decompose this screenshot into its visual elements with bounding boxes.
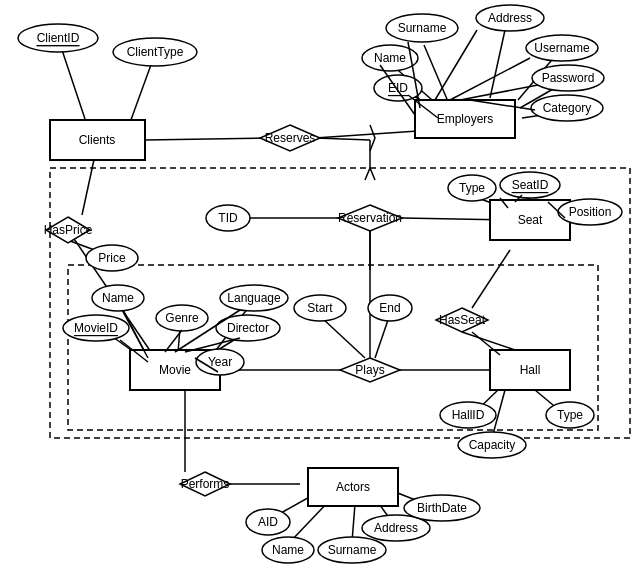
arrow-reservation-up [365, 168, 375, 180]
entity-seat-label: Seat [518, 213, 543, 227]
attr-name-movie-label: Name [102, 291, 134, 305]
relation-hasprice-label: HasPrice [44, 223, 93, 237]
attr-director-label: Director [227, 321, 269, 335]
attr-seatid-label: SeatID [512, 178, 549, 192]
attr-capacity-label: Capacity [469, 438, 516, 452]
attr-eid-label: EID [388, 81, 408, 95]
attr-position-label: Position [569, 205, 612, 219]
attr-type-seat-label: Type [459, 181, 485, 195]
attr-tid-label: TID [218, 211, 238, 225]
line-clienttype-clients [128, 62, 152, 128]
entity-employers-label: Employers [437, 112, 494, 126]
attr-year-label: Year [208, 355, 232, 369]
attr-language-label: Language [227, 291, 281, 305]
line-clients-reserves [145, 138, 265, 140]
line-start-plays [322, 318, 365, 358]
relation-hasseat-label: HasSeat [439, 313, 486, 327]
attr-genre-label: Genre [165, 311, 199, 325]
line-end-plays [375, 320, 388, 358]
attr-category-label: Category [543, 101, 592, 115]
attr-birthdate-label: BirthDate [417, 501, 467, 515]
attr-username-label: Username [534, 41, 590, 55]
entity-movie-label: Movie [159, 363, 191, 377]
relation-plays-label: Plays [355, 363, 384, 377]
attr-password-label: Password [542, 71, 595, 85]
line-hasseat-hall [462, 332, 515, 350]
attr-address-actor-label: Address [374, 521, 418, 535]
line-address-employers [490, 30, 505, 98]
line-emp-password [460, 85, 538, 100]
attr-clientid-label: ClientID [37, 31, 80, 45]
line-clientid-clients [62, 50, 88, 128]
attr-hallid-label: HallID [452, 408, 485, 422]
line-clients-hasprice [82, 155, 95, 215]
attr-aid-label: AID [258, 515, 278, 529]
line-seat-hasseat [472, 250, 510, 308]
attr-end-label: End [379, 301, 400, 315]
attr-type-hall-label: Type [557, 408, 583, 422]
relation-reservation-label: Reservation [338, 211, 402, 225]
relation-reserves-label: Reserves [265, 131, 316, 145]
attr-address-emp-label: Address [488, 11, 532, 25]
attr-movieid-label: MovieID [74, 321, 118, 335]
attr-name-actor-label: Name [272, 543, 304, 557]
entity-clients-label: Clients [79, 133, 116, 147]
relation-performs-label: Performs [181, 477, 230, 491]
attr-price-label: Price [98, 251, 126, 265]
attr-start-label: Start [307, 301, 333, 315]
line-reservation-clients [316, 138, 370, 140]
attr-surname-emp-label: Surname [398, 21, 447, 35]
entity-hall-label: Hall [520, 363, 541, 377]
entity-actors-label: Actors [336, 480, 370, 494]
er-diagram: Clients Employers Movie Hall Seat Actors… [0, 0, 636, 567]
attr-surname-actor-label: Surname [328, 543, 377, 557]
attr-name-emp-label: Name [374, 51, 406, 65]
attr-clienttype-label: ClientType [127, 45, 184, 59]
